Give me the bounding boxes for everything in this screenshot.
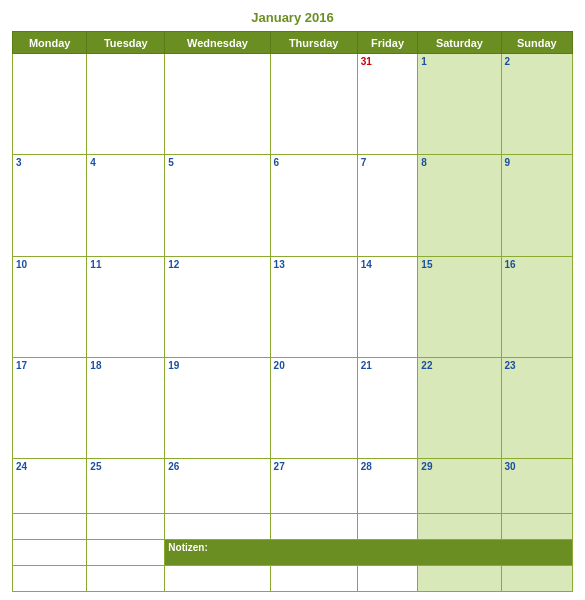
day-number: 29 bbox=[421, 461, 432, 472]
col-saturday: Saturday bbox=[418, 32, 501, 54]
day-cell-w5-d3[interactable]: 26 bbox=[165, 459, 270, 514]
day-number: 31 bbox=[361, 56, 372, 67]
day-cell-w3-d6[interactable]: 15 bbox=[418, 256, 501, 357]
day-cell-w3-d2[interactable]: 11 bbox=[87, 256, 165, 357]
col-tuesday: Tuesday bbox=[87, 32, 165, 54]
day-cell-w3-d5[interactable]: 14 bbox=[357, 256, 418, 357]
day-cell-w3-d1[interactable]: 10 bbox=[13, 256, 87, 357]
day-number: 21 bbox=[361, 360, 372, 371]
day-number: 2 bbox=[505, 56, 511, 67]
day-cell-w2-d5[interactable]: 7 bbox=[357, 155, 418, 256]
day-number: 27 bbox=[274, 461, 285, 472]
day-cell-w4-d1[interactable]: 17 bbox=[13, 358, 87, 459]
extra-row-1 bbox=[13, 514, 573, 540]
day-cell-w5-d6[interactable]: 29 bbox=[418, 459, 501, 514]
day-cell-w3-d7[interactable]: 16 bbox=[501, 256, 572, 357]
day-cell-w1-d3[interactable] bbox=[165, 54, 270, 155]
calendar-title: January 2016 bbox=[12, 10, 573, 25]
day-number: 20 bbox=[274, 360, 285, 371]
day-number: 7 bbox=[361, 157, 367, 168]
week-row-3: 10111213141516 bbox=[13, 256, 573, 357]
day-number: 4 bbox=[90, 157, 96, 168]
day-number: 19 bbox=[168, 360, 179, 371]
day-number: 1 bbox=[421, 56, 427, 67]
day-number: 11 bbox=[90, 259, 101, 270]
col-thursday: Thursday bbox=[270, 32, 357, 54]
day-cell-w1-d2[interactable] bbox=[87, 54, 165, 155]
notes-label: Notizen: bbox=[165, 540, 573, 566]
day-cell-w5-d1[interactable]: 24 bbox=[13, 459, 87, 514]
day-cell-w4-d5[interactable]: 21 bbox=[357, 358, 418, 459]
day-cell-w5-d5[interactable]: 28 bbox=[357, 459, 418, 514]
col-sunday: Sunday bbox=[501, 32, 572, 54]
day-number: 6 bbox=[274, 157, 280, 168]
day-cell-w2-d3[interactable]: 5 bbox=[165, 155, 270, 256]
week-row-2: 3456789 bbox=[13, 155, 573, 256]
day-number: 15 bbox=[421, 259, 432, 270]
day-cell-w4-d7[interactable]: 23 bbox=[501, 358, 572, 459]
day-number: 17 bbox=[16, 360, 27, 371]
week-row-4: 17181920212223 bbox=[13, 358, 573, 459]
day-number: 24 bbox=[16, 461, 27, 472]
week-row-1: 3112 bbox=[13, 54, 573, 155]
day-cell-w4-d4[interactable]: 20 bbox=[270, 358, 357, 459]
day-number: 14 bbox=[361, 259, 372, 270]
day-cell-w1-d4[interactable] bbox=[270, 54, 357, 155]
day-cell-w3-d4[interactable]: 13 bbox=[270, 256, 357, 357]
day-number: 25 bbox=[90, 461, 101, 472]
extra-row-2: Notizen: bbox=[13, 540, 573, 566]
day-number: 23 bbox=[505, 360, 516, 371]
day-number: 18 bbox=[90, 360, 101, 371]
day-number: 13 bbox=[274, 259, 285, 270]
day-cell-w3-d3[interactable]: 12 bbox=[165, 256, 270, 357]
day-cell-w2-d4[interactable]: 6 bbox=[270, 155, 357, 256]
day-cell-w2-d2[interactable]: 4 bbox=[87, 155, 165, 256]
day-cell-w4-d6[interactable]: 22 bbox=[418, 358, 501, 459]
day-number: 30 bbox=[505, 461, 516, 472]
day-number: 9 bbox=[505, 157, 511, 168]
day-number: 26 bbox=[168, 461, 179, 472]
day-number: 12 bbox=[168, 259, 179, 270]
day-cell-w1-d5[interactable]: 31 bbox=[357, 54, 418, 155]
col-friday: Friday bbox=[357, 32, 418, 54]
day-cell-w5-d4[interactable]: 27 bbox=[270, 459, 357, 514]
day-number: 22 bbox=[421, 360, 432, 371]
day-cell-w4-d3[interactable]: 19 bbox=[165, 358, 270, 459]
header-row: Monday Tuesday Wednesday Thursday Friday… bbox=[13, 32, 573, 54]
week-row-5: 24252627282930 bbox=[13, 459, 573, 514]
day-number: 28 bbox=[361, 461, 372, 472]
day-cell-w2-d1[interactable]: 3 bbox=[13, 155, 87, 256]
day-cell-w1-d6[interactable]: 1 bbox=[418, 54, 501, 155]
day-cell-w5-d2[interactable]: 25 bbox=[87, 459, 165, 514]
day-cell-w4-d2[interactable]: 18 bbox=[87, 358, 165, 459]
day-cell-w2-d7[interactable]: 9 bbox=[501, 155, 572, 256]
day-number: 16 bbox=[505, 259, 516, 270]
day-number: 8 bbox=[421, 157, 427, 168]
day-cell-w1-d1[interactable] bbox=[13, 54, 87, 155]
col-monday: Monday bbox=[13, 32, 87, 54]
day-number: 3 bbox=[16, 157, 22, 168]
extra-row-3 bbox=[13, 565, 573, 591]
day-cell-w2-d6[interactable]: 8 bbox=[418, 155, 501, 256]
day-cell-w1-d7[interactable]: 2 bbox=[501, 54, 572, 155]
calendar-table: Monday Tuesday Wednesday Thursday Friday… bbox=[12, 31, 573, 592]
calendar-page: January 2016 Monday Tuesday Wednesday Th… bbox=[0, 0, 585, 600]
col-wednesday: Wednesday bbox=[165, 32, 270, 54]
day-number: 5 bbox=[168, 157, 174, 168]
day-number: 10 bbox=[16, 259, 27, 270]
day-cell-w5-d7[interactable]: 30 bbox=[501, 459, 572, 514]
